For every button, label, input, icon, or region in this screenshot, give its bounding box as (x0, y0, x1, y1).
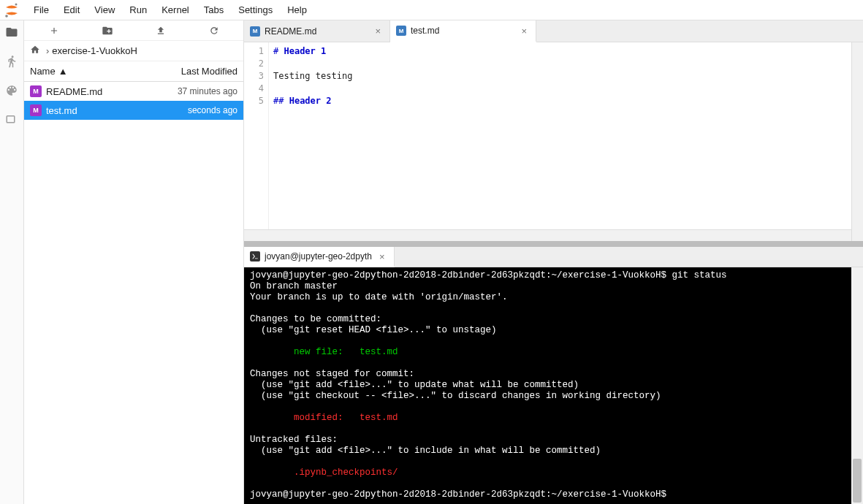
upload-button[interactable] (152, 22, 170, 39)
menu-help[interactable]: Help (280, 1, 314, 18)
breadcrumb[interactable]: › exercise-1-VuokkoH (24, 41, 243, 61)
activity-bar (0, 20, 24, 504)
menubar: FileEditViewRunKernelTabsSettingsHelp (0, 0, 863, 20)
new-launcher-button[interactable] (45, 22, 63, 39)
home-icon[interactable] (30, 45, 40, 57)
svg-rect-2 (7, 116, 15, 123)
code-area[interactable]: # Header 1 Testing testing ## Header 2 (269, 42, 863, 241)
column-modified[interactable]: Last Modified (157, 66, 237, 77)
menu-file[interactable]: File (26, 1, 56, 18)
refresh-button[interactable] (205, 22, 223, 39)
file-name: README.md (46, 86, 178, 97)
sort-asc-icon[interactable]: ▲ (58, 66, 68, 77)
close-icon[interactable]: × (376, 251, 388, 262)
file-name: test.md (46, 105, 188, 116)
terminal-tab-label: jovyan@jupyter-geo-2dpyth (265, 251, 372, 261)
editor-hscrollbar[interactable] (244, 229, 851, 241)
file-browser-header: Name ▲ Last Modified (24, 61, 243, 82)
markdown-file-icon: M (250, 26, 260, 37)
editor-pane: MREADME.md×Mtest.md× 12345 # Header 1 Te… (244, 20, 863, 241)
editor-tab[interactable]: Mtest.md× (390, 20, 536, 42)
markdown-file-icon: M (30, 85, 42, 97)
main-area: MREADME.md×Mtest.md× 12345 # Header 1 Te… (244, 20, 863, 504)
breadcrumb-separator: › (46, 45, 49, 56)
editor-vscrollbar[interactable] (851, 42, 863, 241)
terminal-icon (250, 251, 260, 261)
file-modified: 37 minutes ago (178, 86, 237, 96)
file-row[interactable]: Mtest.mdseconds ago (24, 101, 243, 120)
tab-label: test.md (411, 26, 514, 36)
editor-tab[interactable]: MREADME.md× (244, 20, 390, 42)
editor-body[interactable]: 12345 # Header 1 Testing testing ## Head… (244, 42, 863, 241)
menu-view[interactable]: View (87, 1, 122, 18)
file-list: MREADME.md37 minutes agoMtest.mdseconds … (24, 82, 243, 504)
menu-kernel[interactable]: Kernel (154, 1, 197, 18)
menu-settings[interactable]: Settings (231, 1, 280, 18)
file-modified: seconds ago (188, 105, 237, 115)
svg-point-1 (5, 15, 8, 18)
tabs-icon[interactable] (4, 112, 19, 127)
breadcrumb-path[interactable]: exercise-1-VuokkoH (52, 45, 137, 56)
terminal-tab[interactable]: jovyan@jupyter-geo-2dpyth × (244, 247, 395, 267)
svg-point-0 (15, 3, 18, 5)
close-icon[interactable]: × (518, 26, 530, 37)
terminal-vscrollbar[interactable] (851, 267, 863, 504)
tab-label: README.md (265, 26, 368, 37)
folder-icon[interactable] (4, 25, 19, 39)
menu-run[interactable]: Run (122, 1, 154, 18)
menu-edit[interactable]: Edit (56, 1, 87, 18)
column-name[interactable]: Name (30, 66, 56, 77)
terminal-body[interactable]: jovyan@jupyter-geo-2dpython-2d2018-2dbin… (244, 267, 851, 504)
editor-tabbar: MREADME.md×Mtest.md× (244, 20, 863, 42)
terminal-pane: jovyan@jupyter-geo-2dpyth × jovyan@jupyt… (244, 247, 863, 504)
commands-icon[interactable] (4, 83, 19, 98)
line-gutter: 12345 (244, 42, 269, 241)
menu-tabs[interactable]: Tabs (197, 1, 231, 18)
terminal-tabbar: jovyan@jupyter-geo-2dpyth × (244, 247, 863, 267)
markdown-file-icon: M (30, 104, 42, 116)
new-folder-button[interactable] (99, 22, 116, 39)
file-browser: › exercise-1-VuokkoH Name ▲ Last Modifie… (24, 20, 244, 504)
file-row[interactable]: MREADME.md37 minutes ago (24, 82, 243, 101)
jupyter-logo (3, 1, 20, 19)
close-icon[interactable]: × (372, 26, 384, 37)
running-icon[interactable] (4, 54, 19, 69)
file-browser-toolbar (24, 20, 243, 41)
markdown-file-icon: M (396, 26, 406, 36)
